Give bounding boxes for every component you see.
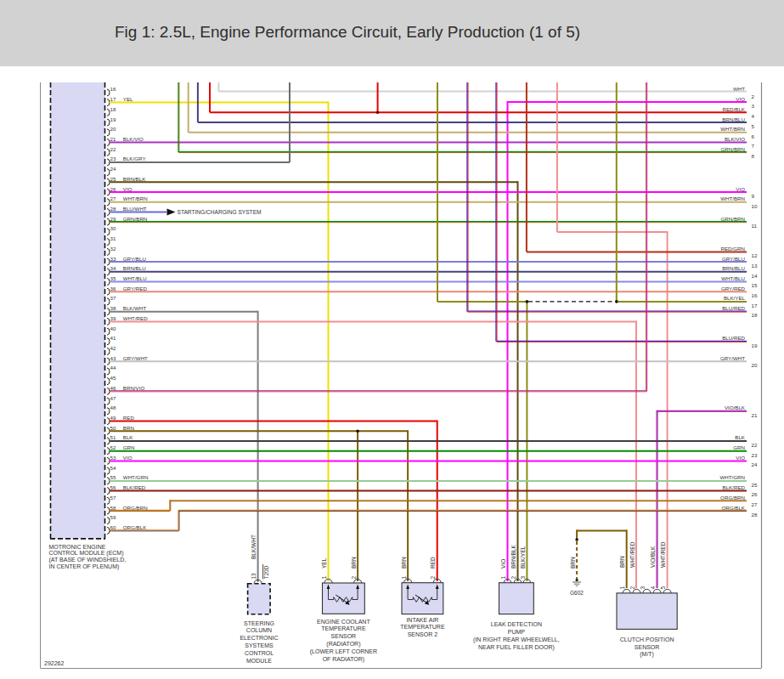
svg-text:VIO: VIO bbox=[500, 559, 506, 569]
svg-text:47: 47 bbox=[110, 395, 116, 401]
svg-text:BLK: BLK bbox=[123, 434, 134, 440]
svg-text:2: 2 bbox=[510, 576, 516, 580]
svg-text:Fig 1: 2.5L, Engine Performanc: Fig 1: 2.5L, Engine Performance Circuit,… bbox=[115, 23, 580, 41]
svg-text:YEL: YEL bbox=[123, 96, 133, 102]
svg-text:BRN: BRN bbox=[401, 557, 407, 569]
svg-text:WHT/RED: WHT/RED bbox=[123, 315, 148, 321]
svg-text:6: 6 bbox=[752, 133, 755, 139]
svg-text:VIO: VIO bbox=[736, 455, 745, 461]
svg-text:1: 1 bbox=[619, 586, 625, 590]
svg-text:56: 56 bbox=[110, 484, 116, 490]
svg-text:ORG/BLK: ORG/BLK bbox=[123, 524, 147, 530]
svg-text:3: 3 bbox=[752, 103, 755, 109]
svg-text:23: 23 bbox=[752, 452, 758, 458]
svg-text:25: 25 bbox=[752, 482, 758, 488]
svg-text:(RADIATOR): (RADIATOR) bbox=[326, 641, 360, 648]
svg-text:IN CENTER OF PLENUM): IN CENTER OF PLENUM) bbox=[49, 563, 120, 570]
svg-text:SENSOR 2: SENSOR 2 bbox=[408, 631, 438, 637]
svg-text:WHT/BLU: WHT/BLU bbox=[123, 275, 147, 281]
svg-text:40: 40 bbox=[110, 325, 116, 331]
svg-text:51: 51 bbox=[110, 434, 116, 440]
svg-text:9: 9 bbox=[752, 193, 755, 199]
svg-text:48: 48 bbox=[110, 405, 116, 410]
svg-text:WHT/BRN: WHT/BRN bbox=[720, 126, 745, 132]
svg-text:8: 8 bbox=[752, 153, 755, 159]
svg-text:33: 33 bbox=[110, 256, 116, 262]
svg-text:RED: RED bbox=[123, 415, 135, 421]
svg-text:OF RADIATOR): OF RADIATOR) bbox=[323, 656, 365, 663]
svg-text:VIO: VIO bbox=[123, 455, 133, 461]
svg-text:29: 29 bbox=[110, 216, 116, 222]
svg-text:19: 19 bbox=[752, 342, 758, 348]
svg-text:13: 13 bbox=[752, 263, 758, 269]
svg-text:WHT/BRN: WHT/BRN bbox=[123, 195, 148, 201]
svg-text:1: 1 bbox=[321, 576, 327, 580]
svg-text:RED/BLK: RED/BLK bbox=[723, 106, 746, 112]
svg-text:26: 26 bbox=[752, 491, 758, 497]
svg-text:36: 36 bbox=[110, 286, 116, 291]
svg-text:3: 3 bbox=[640, 586, 646, 590]
svg-text:24: 24 bbox=[110, 166, 116, 172]
svg-text:(M/T): (M/T) bbox=[640, 651, 654, 658]
svg-text:28: 28 bbox=[752, 512, 758, 518]
svg-text:50: 50 bbox=[110, 425, 116, 431]
svg-text:BLK/GRY: BLK/GRY bbox=[123, 156, 146, 161]
svg-text:GRY/WHT: GRY/WHT bbox=[123, 355, 148, 361]
svg-text:COLUMN: COLUMN bbox=[246, 627, 272, 633]
svg-text:ELECTRONIC: ELECTRONIC bbox=[240, 635, 278, 641]
svg-text:58: 58 bbox=[110, 505, 116, 511]
svg-text:WHT/BLU: WHT/BLU bbox=[721, 275, 745, 281]
svg-text:BLU/RED: BLU/RED bbox=[722, 305, 745, 311]
svg-text:22: 22 bbox=[110, 146, 116, 152]
svg-text:VIO/BLK: VIO/BLK bbox=[725, 405, 746, 410]
svg-text:G602: G602 bbox=[570, 590, 584, 596]
svg-text:MODULE: MODULE bbox=[246, 658, 272, 664]
svg-text:(LOWER LEFT CORNER: (LOWER LEFT CORNER bbox=[310, 648, 377, 655]
svg-text:18: 18 bbox=[752, 312, 758, 318]
svg-text:1: 1 bbox=[500, 576, 506, 580]
svg-text:BRN/BLU: BRN/BLU bbox=[722, 265, 745, 271]
svg-text:WHT/GRN: WHT/GRN bbox=[123, 474, 149, 480]
svg-text:44: 44 bbox=[110, 365, 116, 371]
svg-text:BLK/RED: BLK/RED bbox=[723, 484, 746, 490]
svg-text:RED/GRN: RED/GRN bbox=[720, 246, 745, 252]
svg-text:1: 1 bbox=[401, 576, 407, 580]
svg-text:ORG/BRN: ORG/BRN bbox=[123, 505, 148, 511]
svg-text:BRN/VIO: BRN/VIO bbox=[123, 385, 145, 391]
svg-text:20: 20 bbox=[752, 362, 758, 368]
svg-text:24: 24 bbox=[752, 461, 758, 467]
svg-text:ORG/BLK: ORG/BLK bbox=[721, 505, 745, 511]
svg-text:BLK/YEL: BLK/YEL bbox=[520, 546, 526, 569]
svg-text:34: 34 bbox=[110, 265, 116, 271]
svg-text:46: 46 bbox=[110, 385, 116, 391]
svg-text:41: 41 bbox=[110, 335, 116, 341]
svg-text:STARTING/CHARGING SYSTEM: STARTING/CHARGING SYSTEM bbox=[178, 209, 262, 215]
svg-text:37: 37 bbox=[110, 295, 116, 301]
svg-text:BRN: BRN bbox=[619, 556, 625, 568]
svg-text:GRN/BRN: GRN/BRN bbox=[720, 146, 745, 152]
svg-text:5: 5 bbox=[752, 123, 755, 129]
svg-text:VIO: VIO bbox=[736, 186, 745, 192]
svg-text:GRY/RED: GRY/RED bbox=[123, 286, 148, 291]
svg-text:GRY/BLU: GRY/BLU bbox=[722, 256, 745, 262]
svg-text:VIO: VIO bbox=[736, 96, 745, 102]
svg-text:BLU/RED: BLU/RED bbox=[722, 335, 745, 341]
svg-text:BLK/VIO: BLK/VIO bbox=[725, 136, 745, 142]
svg-text:GRN/BRN: GRN/BRN bbox=[123, 216, 148, 222]
svg-text:27: 27 bbox=[110, 195, 116, 201]
svg-text:ENGINE COOLANT: ENGINE COOLANT bbox=[317, 619, 370, 625]
svg-text:16: 16 bbox=[110, 86, 116, 92]
svg-text:GRY/BLU: GRY/BLU bbox=[123, 256, 146, 262]
svg-text:BLK: BLK bbox=[735, 434, 746, 440]
svg-text:GRN: GRN bbox=[123, 444, 135, 450]
svg-text:10: 10 bbox=[752, 203, 758, 209]
svg-text:CONTROL: CONTROL bbox=[245, 650, 274, 656]
svg-text:11: 11 bbox=[752, 223, 758, 229]
svg-text:GRY/RED: GRY/RED bbox=[721, 286, 746, 291]
svg-text:52: 52 bbox=[110, 444, 116, 450]
svg-text:BRN: BRN bbox=[570, 557, 576, 569]
svg-text:38: 38 bbox=[110, 305, 116, 311]
svg-text:18: 18 bbox=[110, 106, 116, 112]
svg-text:16: 16 bbox=[752, 292, 758, 298]
svg-text:39: 39 bbox=[110, 315, 116, 321]
